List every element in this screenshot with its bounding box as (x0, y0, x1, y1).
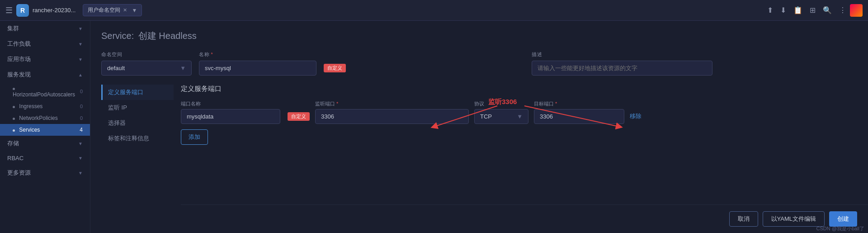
sidebar: 集群 ▼ 工作负载 ▼ 应用市场 ▼ 服务发现 ▲ HorizontalPodA… (0, 21, 90, 233)
form-nav-listen-ip[interactable]: 监听 IP (101, 100, 174, 115)
protocol-select[interactable]: TCP ▼ (474, 109, 528, 124)
listen-port-field: 监听端口 (315, 100, 469, 124)
more-chevron-icon: ▼ (78, 171, 83, 176)
close-tab-icon[interactable]: ✕ (123, 7, 127, 13)
namespace-tab[interactable]: 用户命名空间 ✕ ▼ (83, 4, 142, 16)
ingresses-badge: 0 (80, 104, 83, 109)
form-panel: 定义服务端口 监听3306 (174, 85, 857, 146)
form-top-row: 命名空间 default ▼ 名称 自定义 描述 (101, 51, 857, 76)
sidebar-rbac-label: RBAC (7, 155, 24, 162)
sidebar-item-storage[interactable]: 存储 ▼ (0, 136, 90, 151)
form-nav: 定义服务端口 监听 IP 选择器 标签和注释信息 (101, 85, 174, 146)
main-content: Service: 创建 Headless 命名空间 default ▼ 名称 自… (90, 21, 868, 233)
sidebar-appmarket-label: 应用市场 (7, 55, 31, 63)
terminal-icon[interactable]: ⬇ (780, 6, 786, 14)
sidebar-more-label: 更多资源 (7, 169, 31, 177)
listen-port-label: 监听端口 (315, 100, 469, 107)
namespace-label: 命名空间 (101, 51, 192, 58)
cancel-button[interactable]: 取消 (729, 211, 758, 227)
app-title: rancher-20230... (33, 7, 75, 14)
copy-icon[interactable]: ⊞ (810, 6, 816, 14)
sidebar-sub-item-ingresses[interactable]: Ingresses 0 (0, 100, 90, 112)
cluster-chevron-icon: ▼ (78, 26, 83, 31)
more-icon[interactable]: ⋮ (839, 6, 846, 14)
name-custom-badge: 自定义 (324, 64, 346, 72)
namespace-tab-label: 用户命名空间 (88, 6, 120, 14)
create-button[interactable]: 创建 (829, 211, 857, 227)
storage-chevron-icon: ▼ (78, 141, 83, 146)
bottom-actions: 取消 以YAML文件编辑 创建 (181, 204, 868, 233)
remove-port-link[interactable]: 移除 (630, 112, 642, 124)
add-port-button[interactable]: 添加 (181, 129, 208, 145)
appmarket-chevron-icon: ▼ (78, 57, 83, 62)
service-discovery-chevron-icon: ▲ (78, 72, 83, 77)
sidebar-item-service-discovery[interactable]: 服务发现 ▲ (0, 67, 90, 82)
networkpolicies-badge: 0 (80, 115, 83, 121)
sidebar-service-discovery-label: 服务发现 (7, 71, 31, 79)
page-title: Service: 创建 Headless (101, 30, 857, 42)
watermark: CSDN @我是小ball了 (816, 225, 864, 232)
sidebar-item-more[interactable]: 更多资源 ▼ (0, 165, 90, 181)
namespace-value: default (107, 65, 125, 71)
main-layout: 集群 ▼ 工作负载 ▼ 应用市场 ▼ 服务发现 ▲ HorizontalPodA… (0, 21, 868, 233)
port-name-input[interactable] (181, 109, 280, 124)
desc-field: 描述 (532, 51, 857, 76)
form-nav-define-ports[interactable]: 定义服务端口 (101, 85, 174, 100)
protocol-chevron-icon: ▼ (517, 113, 523, 120)
sidebar-item-rbac[interactable]: RBAC ▼ (0, 151, 90, 165)
desc-label: 描述 (532, 51, 857, 58)
header-actions: ⬆ ⬇ 📋 ⊞ 🔍 ⋮ (767, 6, 846, 14)
protocol-field: 协议 TCP ▼ (474, 100, 528, 124)
target-port-input[interactable] (534, 109, 624, 124)
target-port-field: 目标端口 (534, 100, 624, 124)
yaml-edit-button[interactable]: 以YAML文件编辑 (763, 211, 825, 227)
sidebar-services-label: Services (19, 127, 40, 133)
port-name-custom-badge: 自定义 (288, 112, 310, 121)
page-title-prefix: Service: (101, 31, 134, 41)
sidebar-sub-item-hpa[interactable]: HorizontalPodAutoscalers 0 (0, 82, 90, 100)
port-row: 端口名称 自定义 监听端口 协议 TCP ▼ (181, 100, 850, 124)
sidebar-sub-item-services[interactable]: Services 4 (0, 124, 90, 136)
app-logo: R (16, 4, 29, 17)
namespace-select-chevron-icon: ▼ (180, 65, 186, 71)
top-header: ☰ R rancher-20230... 用户命名空间 ✕ ▼ ⬆ ⬇ 📋 ⊞ … (0, 0, 868, 21)
name-input[interactable] (199, 61, 316, 76)
sidebar-cluster-label: 集群 (7, 24, 19, 33)
name-field: 名称 自定义 (199, 51, 524, 76)
desc-input[interactable] (532, 61, 712, 76)
services-badge: 4 (80, 127, 83, 133)
sidebar-sub-item-networkpolicies[interactable]: NetworkPolicies 0 (0, 112, 90, 124)
sidebar-networkpolicies-label: NetworkPolicies (19, 115, 57, 121)
user-avatar[interactable] (850, 4, 863, 17)
hamburger-icon[interactable]: ☰ (5, 5, 13, 15)
name-label: 名称 (199, 51, 524, 58)
protocol-value: TCP (480, 113, 492, 120)
form-body: 定义服务端口 监听 IP 选择器 标签和注释信息 定义服务端口 监听3306 (101, 85, 857, 146)
target-port-label: 目标端口 (534, 100, 624, 107)
port-name-field: 端口名称 自定义 (181, 100, 310, 124)
sidebar-ingresses-label: Ingresses (19, 103, 42, 109)
sidebar-item-appmarket[interactable]: 应用市场 ▼ (0, 52, 90, 67)
listen-port-input[interactable] (315, 109, 469, 124)
sidebar-item-workload[interactable]: 工作负载 ▼ (0, 36, 90, 52)
networkpolicies-dot-icon (13, 118, 15, 120)
search-icon[interactable]: 🔍 (823, 6, 832, 14)
protocol-label: 协议 (474, 100, 528, 107)
panel-title: 定义服务端口 (181, 85, 850, 93)
file-icon[interactable]: 📋 (793, 6, 802, 14)
namespace-field: 命名空间 default ▼ (101, 51, 192, 76)
upload-icon[interactable]: ⬆ (767, 6, 773, 14)
form-nav-selector[interactable]: 选择器 (101, 115, 174, 131)
rbac-chevron-icon: ▼ (78, 156, 83, 161)
namespace-select[interactable]: default ▼ (101, 61, 192, 76)
form-nav-labels[interactable]: 标签和注释信息 (101, 131, 174, 146)
namespace-chevron-icon[interactable]: ▼ (132, 7, 137, 14)
hpa-badge: 0 (80, 89, 83, 94)
sidebar-storage-label: 存储 (7, 139, 19, 147)
sidebar-item-cluster[interactable]: 集群 ▼ (0, 21, 90, 36)
hpa-dot-icon (13, 88, 15, 90)
sidebar-hpa-label: HorizontalPodAutoscalers (13, 91, 75, 98)
port-name-label: 端口名称 (181, 100, 310, 107)
workload-chevron-icon: ▼ (78, 42, 83, 47)
services-dot-icon (13, 129, 15, 132)
